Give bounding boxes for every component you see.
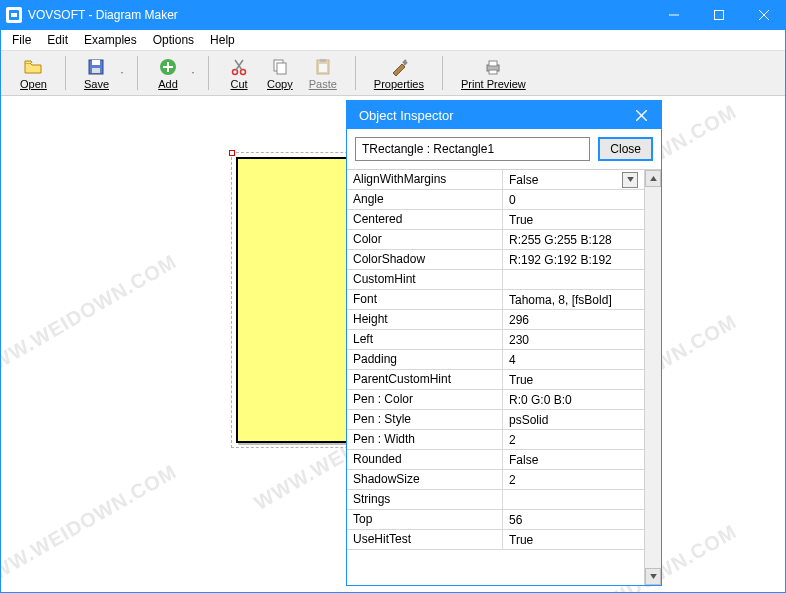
svg-rect-15: [320, 59, 326, 62]
property-value[interactable]: True: [503, 210, 644, 229]
property-value[interactable]: 296: [503, 310, 644, 329]
inspector-close-button[interactable]: [621, 101, 661, 129]
property-name: ParentCustomHint: [347, 370, 503, 389]
separator: [442, 56, 443, 90]
object-name-input[interactable]: [355, 137, 590, 161]
save-dropdown[interactable]: [117, 70, 127, 76]
menu-examples[interactable]: Examples: [76, 31, 145, 49]
close-button[interactable]: [741, 0, 786, 30]
menu-file[interactable]: File: [4, 31, 39, 49]
property-value[interactable]: Tahoma, 8, [fsBold]: [503, 290, 644, 309]
property-row[interactable]: Padding4: [347, 350, 644, 370]
property-row[interactable]: Top56: [347, 510, 644, 530]
property-value[interactable]: psSolid: [503, 410, 644, 429]
paste-icon: [313, 57, 333, 77]
property-value[interactable]: R:0 G:0 B:0: [503, 390, 644, 409]
watermark: WWW.WEIDOWN.COM: [1, 250, 181, 385]
property-name: Color: [347, 230, 503, 249]
close-button[interactable]: Close: [598, 137, 653, 161]
property-name: Padding: [347, 350, 503, 369]
menubar: File Edit Examples Options Help: [0, 30, 786, 51]
property-row[interactable]: CenteredTrue: [347, 210, 644, 230]
property-row[interactable]: Angle0: [347, 190, 644, 210]
properties-icon: [389, 57, 409, 77]
property-name: Strings: [347, 490, 503, 509]
property-row[interactable]: Strings: [347, 490, 644, 510]
minimize-button[interactable]: [651, 0, 696, 30]
maximize-button[interactable]: [696, 0, 741, 30]
add-dropdown[interactable]: [188, 70, 198, 76]
property-name: AlignWithMargins: [347, 170, 503, 189]
menu-help[interactable]: Help: [202, 31, 243, 49]
menu-edit[interactable]: Edit: [39, 31, 76, 49]
property-name: Pen : Color: [347, 390, 503, 409]
save-label: Save: [84, 78, 109, 90]
property-row[interactable]: ParentCustomHintTrue: [347, 370, 644, 390]
property-value[interactable]: 56: [503, 510, 644, 529]
property-row[interactable]: Pen : Width2: [347, 430, 644, 450]
open-button[interactable]: Open: [12, 55, 55, 92]
property-name: ColorShadow: [347, 250, 503, 269]
properties-button[interactable]: Properties: [366, 55, 432, 92]
property-value[interactable]: False: [503, 170, 644, 189]
property-row[interactable]: ShadowSize2: [347, 470, 644, 490]
property-value[interactable]: True: [503, 530, 644, 549]
menu-options[interactable]: Options: [145, 31, 202, 49]
property-row[interactable]: FontTahoma, 8, [fsBold]: [347, 290, 644, 310]
print-preview-button[interactable]: Print Preview: [453, 55, 534, 92]
inspector-title: Object Inspector: [359, 108, 621, 123]
property-name: ShadowSize: [347, 470, 503, 489]
toolbar: Open Save Add Cut Copy Paste Properties …: [0, 51, 786, 96]
paste-label: Paste: [309, 78, 337, 90]
app-icon: [6, 7, 22, 23]
property-row[interactable]: ColorShadowR:192 G:192 B:192: [347, 250, 644, 270]
property-value[interactable]: [503, 270, 644, 289]
separator: [137, 56, 138, 90]
property-row[interactable]: AlignWithMarginsFalse: [347, 170, 644, 190]
svg-rect-8: [92, 68, 100, 73]
save-button[interactable]: Save: [76, 55, 117, 92]
svg-rect-19: [489, 70, 497, 74]
property-value[interactable]: 4: [503, 350, 644, 369]
property-row[interactable]: Height296: [347, 310, 644, 330]
property-row[interactable]: RoundedFalse: [347, 450, 644, 470]
inspector-titlebar[interactable]: Object Inspector: [347, 101, 661, 129]
scroll-down-button[interactable]: [645, 568, 661, 585]
property-value[interactable]: 0: [503, 190, 644, 209]
property-name: Pen : Width: [347, 430, 503, 449]
property-row[interactable]: Pen : ColorR:0 G:0 B:0: [347, 390, 644, 410]
property-row[interactable]: CustomHint: [347, 270, 644, 290]
scroll-up-button[interactable]: [645, 170, 661, 187]
property-name: Pen : Style: [347, 410, 503, 429]
resize-handle-nw[interactable]: [229, 150, 235, 156]
print-preview-label: Print Preview: [461, 78, 526, 90]
copy-button[interactable]: Copy: [259, 55, 301, 92]
dropdown-button[interactable]: [622, 172, 638, 188]
property-name: Left: [347, 330, 503, 349]
property-grid[interactable]: AlignWithMarginsFalseAngle0CenteredTrueC…: [347, 170, 644, 585]
property-value[interactable]: R:192 G:192 B:192: [503, 250, 644, 269]
property-value[interactable]: 2: [503, 430, 644, 449]
property-value[interactable]: True: [503, 370, 644, 389]
property-row[interactable]: Pen : StylepsSolid: [347, 410, 644, 430]
property-value[interactable]: [503, 490, 644, 509]
svg-rect-7: [92, 60, 100, 65]
scroll-track[interactable]: [645, 187, 661, 568]
property-value[interactable]: R:255 G:255 B:128: [503, 230, 644, 249]
scrollbar[interactable]: [644, 170, 661, 585]
add-button[interactable]: Add: [148, 55, 188, 92]
property-row[interactable]: Left230: [347, 330, 644, 350]
property-row[interactable]: UseHitTestTrue: [347, 530, 644, 550]
paste-button[interactable]: Paste: [301, 55, 345, 92]
cut-button[interactable]: Cut: [219, 55, 259, 92]
watermark: WWW.WEIDOWN.COM: [1, 460, 181, 592]
property-name: Rounded: [347, 450, 503, 469]
add-label: Add: [158, 78, 178, 90]
property-name: Font: [347, 290, 503, 309]
folder-open-icon: [23, 57, 43, 77]
property-value[interactable]: 2: [503, 470, 644, 489]
property-value[interactable]: False: [503, 450, 644, 469]
separator: [355, 56, 356, 90]
property-row[interactable]: ColorR:255 G:255 B:128: [347, 230, 644, 250]
property-value[interactable]: 230: [503, 330, 644, 349]
